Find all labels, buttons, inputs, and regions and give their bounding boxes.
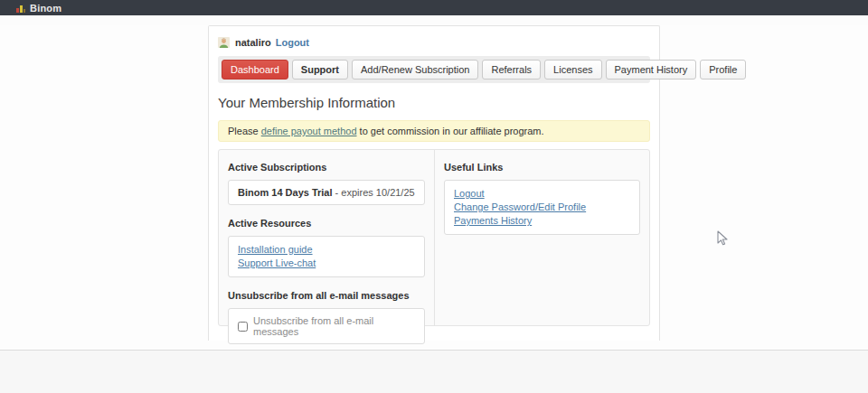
brand-name: Binom xyxy=(30,3,61,14)
unsubscribe-heading: Unsubscribe from all e-mail messages xyxy=(228,290,425,301)
user-bar: nataliro Logout xyxy=(218,37,650,48)
active-resources-box: Installation guide Support Live-chat xyxy=(228,236,425,277)
membership-card: nataliro Logout Dashboard Support Add/Re… xyxy=(208,25,660,341)
tab-dashboard[interactable]: Dashboard xyxy=(222,60,288,80)
define-payout-method-link[interactable]: define payout method xyxy=(261,126,357,136)
unsubscribe-option: Unsubscribe from all e-mail messages xyxy=(238,315,415,337)
subscription-name: Binom 14 Days Trial xyxy=(238,187,333,198)
panel-left-column: Active Subscriptions Binom 14 Days Trial… xyxy=(219,150,434,325)
panel-right-column: Useful Links Logout Change Password/Edit… xyxy=(434,150,649,325)
top-navigation-bar: Binom xyxy=(0,0,868,15)
unsubscribe-box: Unsubscribe from all e-mail messages xyxy=(228,308,425,344)
tab-support[interactable]: Support xyxy=(292,60,348,80)
active-subscriptions-heading: Active Subscriptions xyxy=(228,162,425,173)
installation-guide-link[interactable]: Installation guide xyxy=(238,243,415,257)
support-live-chat-link[interactable]: Support Live-chat xyxy=(238,257,415,270)
subscription-item: Binom 14 Days Trial - expires 10/21/25 xyxy=(228,180,425,205)
tab-licenses[interactable]: Licenses xyxy=(544,60,601,80)
logout-link[interactable]: Logout xyxy=(454,187,630,201)
tab-referrals[interactable]: Referrals xyxy=(482,60,541,80)
username: nataliro xyxy=(235,37,271,48)
page-title: Your Membership Information xyxy=(218,95,650,110)
useful-links-heading: Useful Links xyxy=(444,162,640,173)
user-avatar-icon xyxy=(218,37,230,48)
unsubscribe-checkbox-label: Unsubscribe from all e-mail messages xyxy=(253,315,415,337)
active-resources-heading: Active Resources xyxy=(228,218,425,229)
tab-payment-history[interactable]: Payment History xyxy=(606,60,697,80)
tab-add-renew-subscription[interactable]: Add/Renew Subscription xyxy=(352,60,478,80)
unsubscribe-checkbox[interactable] xyxy=(238,322,248,332)
payments-history-link[interactable]: Payments History xyxy=(454,214,630,228)
alert-text-after: to get commission in our affiliate progr… xyxy=(357,126,544,136)
tab-profile[interactable]: Profile xyxy=(700,60,746,80)
membership-panel: Active Subscriptions Binom 14 Days Trial… xyxy=(218,149,650,326)
logout-link-top[interactable]: Logout xyxy=(276,37,309,48)
binom-logo-icon xyxy=(16,4,25,13)
useful-links-box: Logout Change Password/Edit Profile Paym… xyxy=(444,180,640,235)
tab-bar: Dashboard Support Add/Renew Subscription… xyxy=(218,56,650,83)
alert-text-before: Please xyxy=(228,126,261,136)
payout-warning-alert: Please define payout method to get commi… xyxy=(218,120,650,142)
subscription-expiry: - expires 10/21/25 xyxy=(333,187,415,198)
change-password-edit-profile-link[interactable]: Change Password/Edit Profile xyxy=(454,201,630,214)
page-lower-background xyxy=(0,351,868,393)
page-background: nataliro Logout Dashboard Support Add/Re… xyxy=(0,25,868,351)
